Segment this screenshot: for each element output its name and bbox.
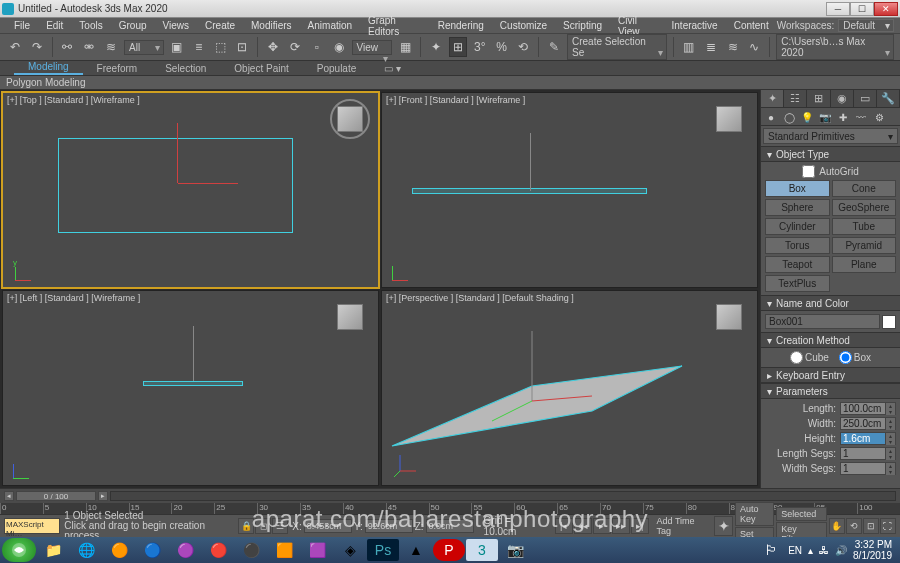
key-mode-button[interactable]: ✦ <box>714 516 733 536</box>
shapes-button[interactable]: ◯ <box>781 110 797 124</box>
primitive-pyramid-button[interactable]: Pyramid <box>832 237 897 254</box>
select-by-name-button[interactable]: ≡ <box>190 37 208 57</box>
primitive-geosphere-button[interactable]: GeoSphere <box>832 199 897 216</box>
selection-sets-button[interactable]: ☲ <box>272 518 288 534</box>
rollout-keyboard-entry[interactable]: ▸ Keyboard Entry <box>761 367 900 383</box>
tray-expand-icon[interactable]: ▴ <box>808 545 813 556</box>
systems-button[interactable]: ⚙ <box>871 110 887 124</box>
angle-snap-button[interactable]: 3° <box>471 37 489 57</box>
manipulate-button[interactable]: ✦ <box>427 37 445 57</box>
percent-snap-button[interactable]: % <box>493 37 511 57</box>
menu-views[interactable]: Views <box>155 20 198 31</box>
spinner-snap-button[interactable]: ⟲ <box>514 37 532 57</box>
select-object-button[interactable]: ▣ <box>168 37 186 57</box>
ref-coord-dropdown[interactable]: View <box>352 40 393 55</box>
taskbar-media-icon[interactable]: 🟠 <box>103 539 135 561</box>
goto-end-button[interactable]: ▸| <box>631 518 649 534</box>
viewport-label[interactable]: [+] [Front ] [Standard ] [Wireframe ] <box>386 95 525 105</box>
height-spinner[interactable]: 1.6cm▴▾ <box>840 432 896 445</box>
pivot-button[interactable]: ▦ <box>396 37 414 57</box>
taskbar-3dsmax-icon[interactable]: 3 <box>466 539 498 561</box>
bind-button[interactable]: ≋ <box>102 37 120 57</box>
taskbar-app-icon[interactable]: P <box>433 539 465 561</box>
taskbar-ps-icon[interactable]: Ps <box>367 539 399 561</box>
rollout-object-type[interactable]: ▾ Object Type <box>761 146 900 162</box>
taskbar-app-icon[interactable]: ▲ <box>400 539 432 561</box>
taskbar-app-icon[interactable]: 🔵 <box>136 539 168 561</box>
menu-animation[interactable]: Animation <box>300 20 360 31</box>
rollout-parameters[interactable]: ▾ Parameters <box>761 383 900 399</box>
play-button[interactable]: ▸ <box>593 518 611 534</box>
rollout-name-color[interactable]: ▾ Name and Color <box>761 295 900 311</box>
selection-filter-dropdown[interactable]: All <box>124 40 164 55</box>
viewport-perspective[interactable]: [+] [Perspective ] [Standard ] [Default … <box>381 290 758 486</box>
zoom-extents-button[interactable]: ⊡ <box>863 518 879 534</box>
viewcube[interactable] <box>330 99 370 139</box>
tray-volume-icon[interactable]: 🔊 <box>835 545 847 556</box>
primitive-tube-button[interactable]: Tube <box>832 218 897 235</box>
viewport-left[interactable]: [+] [Left ] [Standard ] [Wireframe ] <box>2 290 379 486</box>
unlink-button[interactable]: ⚮ <box>80 37 98 57</box>
tab-selection[interactable]: Selection <box>151 62 220 75</box>
object-wireframe[interactable] <box>58 138 293 233</box>
taskbar-unity-icon[interactable]: ◈ <box>334 539 366 561</box>
tray-flag-icon[interactable]: 🏳 <box>760 539 782 561</box>
rollout-creation-method[interactable]: ▾ Creation Method <box>761 332 900 348</box>
orbit-button[interactable]: ⟲ <box>846 518 862 534</box>
gizmo-z-axis[interactable] <box>530 133 531 191</box>
motion-tab[interactable]: ◉ <box>831 90 854 107</box>
hierarchy-tab[interactable]: ⊞ <box>807 90 830 107</box>
x-coord-input[interactable]: 8.453cm <box>304 519 352 533</box>
creation-box-radio[interactable] <box>839 351 852 364</box>
primitive-teapot-button[interactable]: Teapot <box>765 256 830 273</box>
redo-button[interactable]: ↷ <box>28 37 46 57</box>
spacewarps-button[interactable]: 〰 <box>853 110 869 124</box>
object-color-swatch[interactable] <box>882 315 896 329</box>
maxscript-listener[interactable]: MAXScript Mi… <box>4 518 60 534</box>
width-spinner[interactable]: 250.0cm▴▾ <box>840 417 896 430</box>
tab-populate[interactable]: Populate <box>303 62 370 75</box>
taskbar-chrome-icon[interactable]: 🔴 <box>202 539 234 561</box>
create-tab[interactable]: ✦ <box>761 90 784 107</box>
wsegs-spinner[interactable]: 1▴▾ <box>840 462 896 475</box>
menu-file[interactable]: File <box>6 20 38 31</box>
viewport-label[interactable]: [+] [Top ] [Standard ] [Wireframe ] <box>7 95 140 105</box>
creation-cube-radio[interactable] <box>790 351 803 364</box>
ribbon-panel-label[interactable]: Polygon Modeling <box>0 76 900 90</box>
primitive-torus-button[interactable]: Torus <box>765 237 830 254</box>
scale-button[interactable]: ▫ <box>308 37 326 57</box>
geometry-button[interactable]: ● <box>763 110 779 124</box>
y-coord-input[interactable]: 92.6cm <box>365 519 413 533</box>
window-crossing-button[interactable]: ⊡ <box>234 37 252 57</box>
snap-toggle-button[interactable]: ⊞ <box>449 37 467 57</box>
isolate-button[interactable]: ◻ <box>255 518 271 534</box>
placement-button[interactable]: ◉ <box>330 37 348 57</box>
time-slider-bar[interactable] <box>110 491 896 501</box>
menu-content[interactable]: Content <box>726 20 777 31</box>
edit-selection-button[interactable]: ✎ <box>545 37 563 57</box>
menu-edit[interactable]: Edit <box>38 20 71 31</box>
rotate-button[interactable]: ⟳ <box>286 37 304 57</box>
menu-interactive[interactable]: Interactive <box>664 20 726 31</box>
add-time-tag[interactable]: Add Time Tag <box>653 516 711 536</box>
viewcube[interactable] <box>709 99 749 139</box>
link-button[interactable]: ⚯ <box>59 37 77 57</box>
maximize-viewport-button[interactable]: ⛶ <box>880 518 896 534</box>
cameras-button[interactable]: 📷 <box>817 110 833 124</box>
object-name-input[interactable]: Box001 <box>765 314 880 329</box>
taskbar-app-icon[interactable]: 🟧 <box>268 539 300 561</box>
tab-freeform[interactable]: Freeform <box>83 62 152 75</box>
gizmo-z-axis[interactable] <box>193 326 194 381</box>
object-shaded[interactable] <box>382 291 757 485</box>
primitive-textplus-button[interactable]: TextPlus <box>765 275 830 292</box>
tray-network-icon[interactable]: 🖧 <box>819 545 829 556</box>
viewport-front[interactable]: [+] [Front ] [Standard ] [Wireframe ] <box>381 92 758 288</box>
z-coord-input[interactable]: 0.0cm <box>426 519 474 533</box>
curve-editor-button[interactable]: ∿ <box>746 37 764 57</box>
project-path-dropdown[interactable]: C:\Users\b…s Max 2020 <box>776 34 894 60</box>
maximize-button[interactable]: ☐ <box>850 2 874 16</box>
taskbar-app-icon[interactable]: ⚫ <box>235 539 267 561</box>
helpers-button[interactable]: ✚ <box>835 110 851 124</box>
display-tab[interactable]: ▭ <box>854 90 877 107</box>
menu-scripting[interactable]: Scripting <box>555 20 610 31</box>
